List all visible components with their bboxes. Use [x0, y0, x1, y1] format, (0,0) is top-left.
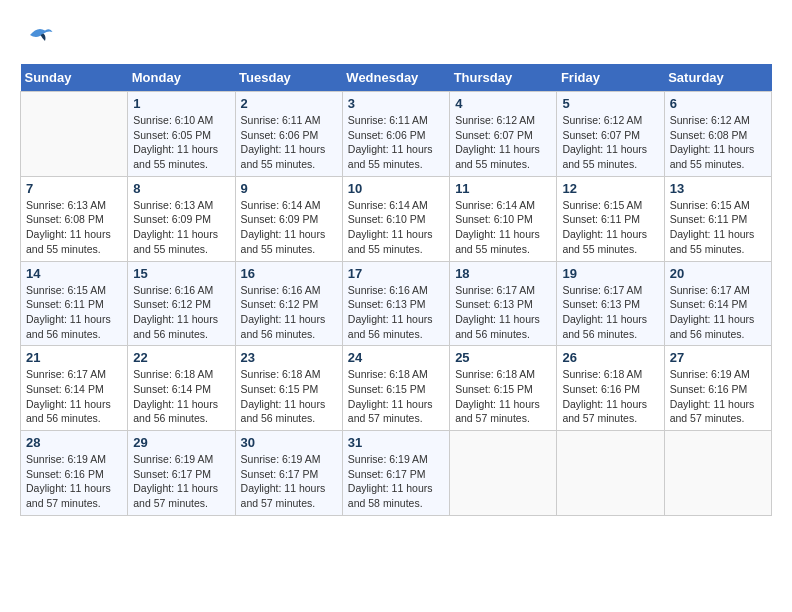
calendar-cell: 8Sunrise: 6:13 AMSunset: 6:09 PMDaylight… [128, 176, 235, 261]
day-number: 14 [26, 266, 122, 281]
calendar-cell: 9Sunrise: 6:14 AMSunset: 6:09 PMDaylight… [235, 176, 342, 261]
calendar-cell: 19Sunrise: 6:17 AMSunset: 6:13 PMDayligh… [557, 261, 664, 346]
day-number: 27 [670, 350, 766, 365]
calendar-cell [21, 92, 128, 177]
calendar-cell: 1Sunrise: 6:10 AMSunset: 6:05 PMDaylight… [128, 92, 235, 177]
day-number: 9 [241, 181, 337, 196]
day-number: 2 [241, 96, 337, 111]
day-info: Sunrise: 6:18 AMSunset: 6:15 PMDaylight:… [241, 367, 337, 426]
calendar-body: 1Sunrise: 6:10 AMSunset: 6:05 PMDaylight… [21, 92, 772, 516]
day-number: 18 [455, 266, 551, 281]
day-info: Sunrise: 6:19 AMSunset: 6:16 PMDaylight:… [670, 367, 766, 426]
day-info: Sunrise: 6:19 AMSunset: 6:17 PMDaylight:… [133, 452, 229, 511]
calendar-week-2: 7Sunrise: 6:13 AMSunset: 6:08 PMDaylight… [21, 176, 772, 261]
day-number: 24 [348, 350, 444, 365]
day-info: Sunrise: 6:16 AMSunset: 6:13 PMDaylight:… [348, 283, 444, 342]
calendar-cell: 4Sunrise: 6:12 AMSunset: 6:07 PMDaylight… [450, 92, 557, 177]
day-info: Sunrise: 6:17 AMSunset: 6:14 PMDaylight:… [670, 283, 766, 342]
day-info: Sunrise: 6:15 AMSunset: 6:11 PMDaylight:… [562, 198, 658, 257]
calendar-week-3: 14Sunrise: 6:15 AMSunset: 6:11 PMDayligh… [21, 261, 772, 346]
calendar-week-1: 1Sunrise: 6:10 AMSunset: 6:05 PMDaylight… [21, 92, 772, 177]
calendar-cell [664, 431, 771, 516]
calendar-cell: 24Sunrise: 6:18 AMSunset: 6:15 PMDayligh… [342, 346, 449, 431]
day-number: 20 [670, 266, 766, 281]
calendar-cell: 3Sunrise: 6:11 AMSunset: 6:06 PMDaylight… [342, 92, 449, 177]
calendar-cell: 22Sunrise: 6:18 AMSunset: 6:14 PMDayligh… [128, 346, 235, 431]
day-number: 13 [670, 181, 766, 196]
logo [20, 20, 54, 54]
day-number: 6 [670, 96, 766, 111]
day-info: Sunrise: 6:16 AMSunset: 6:12 PMDaylight:… [241, 283, 337, 342]
calendar-cell: 10Sunrise: 6:14 AMSunset: 6:10 PMDayligh… [342, 176, 449, 261]
calendar-table: SundayMondayTuesdayWednesdayThursdayFrid… [20, 64, 772, 516]
calendar-cell [450, 431, 557, 516]
day-info: Sunrise: 6:12 AMSunset: 6:07 PMDaylight:… [562, 113, 658, 172]
calendar-cell: 11Sunrise: 6:14 AMSunset: 6:10 PMDayligh… [450, 176, 557, 261]
calendar-cell: 28Sunrise: 6:19 AMSunset: 6:16 PMDayligh… [21, 431, 128, 516]
calendar-cell: 6Sunrise: 6:12 AMSunset: 6:08 PMDaylight… [664, 92, 771, 177]
day-number: 30 [241, 435, 337, 450]
day-number: 21 [26, 350, 122, 365]
calendar-cell: 30Sunrise: 6:19 AMSunset: 6:17 PMDayligh… [235, 431, 342, 516]
column-header-wednesday: Wednesday [342, 64, 449, 92]
day-info: Sunrise: 6:15 AMSunset: 6:11 PMDaylight:… [670, 198, 766, 257]
day-number: 11 [455, 181, 551, 196]
column-header-sunday: Sunday [21, 64, 128, 92]
day-info: Sunrise: 6:19 AMSunset: 6:17 PMDaylight:… [348, 452, 444, 511]
day-number: 1 [133, 96, 229, 111]
day-info: Sunrise: 6:13 AMSunset: 6:09 PMDaylight:… [133, 198, 229, 257]
day-info: Sunrise: 6:18 AMSunset: 6:16 PMDaylight:… [562, 367, 658, 426]
day-info: Sunrise: 6:19 AMSunset: 6:17 PMDaylight:… [241, 452, 337, 511]
day-number: 22 [133, 350, 229, 365]
day-info: Sunrise: 6:17 AMSunset: 6:13 PMDaylight:… [455, 283, 551, 342]
day-number: 28 [26, 435, 122, 450]
day-number: 31 [348, 435, 444, 450]
calendar-cell: 27Sunrise: 6:19 AMSunset: 6:16 PMDayligh… [664, 346, 771, 431]
day-number: 23 [241, 350, 337, 365]
day-number: 10 [348, 181, 444, 196]
page-header [20, 20, 772, 54]
day-info: Sunrise: 6:19 AMSunset: 6:16 PMDaylight:… [26, 452, 122, 511]
calendar-week-4: 21Sunrise: 6:17 AMSunset: 6:14 PMDayligh… [21, 346, 772, 431]
calendar-cell: 12Sunrise: 6:15 AMSunset: 6:11 PMDayligh… [557, 176, 664, 261]
day-info: Sunrise: 6:16 AMSunset: 6:12 PMDaylight:… [133, 283, 229, 342]
calendar-cell: 18Sunrise: 6:17 AMSunset: 6:13 PMDayligh… [450, 261, 557, 346]
calendar-week-5: 28Sunrise: 6:19 AMSunset: 6:16 PMDayligh… [21, 431, 772, 516]
day-number: 26 [562, 350, 658, 365]
column-header-friday: Friday [557, 64, 664, 92]
calendar-cell: 31Sunrise: 6:19 AMSunset: 6:17 PMDayligh… [342, 431, 449, 516]
calendar-cell: 16Sunrise: 6:16 AMSunset: 6:12 PMDayligh… [235, 261, 342, 346]
day-number: 16 [241, 266, 337, 281]
day-info: Sunrise: 6:17 AMSunset: 6:13 PMDaylight:… [562, 283, 658, 342]
day-info: Sunrise: 6:10 AMSunset: 6:05 PMDaylight:… [133, 113, 229, 172]
calendar-cell: 26Sunrise: 6:18 AMSunset: 6:16 PMDayligh… [557, 346, 664, 431]
calendar-cell: 15Sunrise: 6:16 AMSunset: 6:12 PMDayligh… [128, 261, 235, 346]
day-number: 19 [562, 266, 658, 281]
day-number: 4 [455, 96, 551, 111]
column-header-monday: Monday [128, 64, 235, 92]
day-info: Sunrise: 6:17 AMSunset: 6:14 PMDaylight:… [26, 367, 122, 426]
calendar-cell: 14Sunrise: 6:15 AMSunset: 6:11 PMDayligh… [21, 261, 128, 346]
day-info: Sunrise: 6:18 AMSunset: 6:15 PMDaylight:… [455, 367, 551, 426]
day-number: 7 [26, 181, 122, 196]
day-info: Sunrise: 6:11 AMSunset: 6:06 PMDaylight:… [241, 113, 337, 172]
day-info: Sunrise: 6:14 AMSunset: 6:10 PMDaylight:… [348, 198, 444, 257]
day-info: Sunrise: 6:13 AMSunset: 6:08 PMDaylight:… [26, 198, 122, 257]
day-info: Sunrise: 6:18 AMSunset: 6:14 PMDaylight:… [133, 367, 229, 426]
day-number: 29 [133, 435, 229, 450]
day-number: 25 [455, 350, 551, 365]
column-header-saturday: Saturday [664, 64, 771, 92]
day-number: 8 [133, 181, 229, 196]
calendar-cell: 21Sunrise: 6:17 AMSunset: 6:14 PMDayligh… [21, 346, 128, 431]
calendar-cell: 29Sunrise: 6:19 AMSunset: 6:17 PMDayligh… [128, 431, 235, 516]
day-info: Sunrise: 6:12 AMSunset: 6:07 PMDaylight:… [455, 113, 551, 172]
calendar-cell: 25Sunrise: 6:18 AMSunset: 6:15 PMDayligh… [450, 346, 557, 431]
calendar-cell: 2Sunrise: 6:11 AMSunset: 6:06 PMDaylight… [235, 92, 342, 177]
day-info: Sunrise: 6:11 AMSunset: 6:06 PMDaylight:… [348, 113, 444, 172]
day-number: 3 [348, 96, 444, 111]
calendar-cell: 23Sunrise: 6:18 AMSunset: 6:15 PMDayligh… [235, 346, 342, 431]
calendar-cell: 20Sunrise: 6:17 AMSunset: 6:14 PMDayligh… [664, 261, 771, 346]
calendar-cell [557, 431, 664, 516]
logo-icon [24, 20, 54, 50]
day-number: 12 [562, 181, 658, 196]
